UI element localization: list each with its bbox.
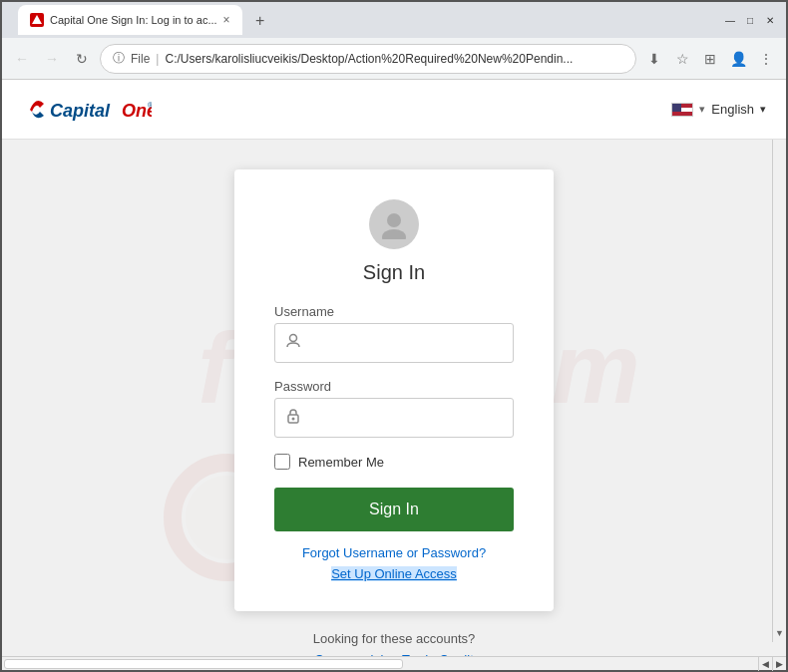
remember-me-label: Remember Me: [298, 455, 384, 470]
language-chevron: ▾: [699, 103, 705, 116]
profile-icon[interactable]: 👤: [726, 47, 750, 71]
forward-button[interactable]: →: [40, 47, 64, 71]
svg-text:Capital: Capital: [50, 101, 111, 121]
language-arrow: ▾: [760, 103, 766, 116]
new-tab-button[interactable]: +: [246, 7, 274, 35]
logo: Capital One ®: [22, 90, 152, 130]
user-icon: [285, 333, 301, 353]
horizontal-scrollbar[interactable]: ◀ ▶: [2, 656, 786, 670]
signin-title: Sign In: [363, 261, 425, 284]
page-content: fiscdom Capital One ® ▾ Engl: [2, 80, 786, 656]
scroll-right-button[interactable]: ▶: [772, 657, 786, 671]
window-controls: — □ ✕: [722, 12, 778, 28]
looking-text: Looking for these accounts?: [313, 631, 476, 646]
username-input-wrap[interactable]: [274, 323, 514, 363]
download-icon[interactable]: ⬇: [642, 47, 666, 71]
password-input[interactable]: [309, 410, 503, 426]
lock-icon: [285, 408, 301, 428]
active-tab[interactable]: Capital One Sign In: Log in to ac... ×: [18, 5, 242, 35]
svg-point-9: [290, 335, 297, 342]
login-section: Sign In Username: [2, 140, 786, 656]
remember-me-group: Remember Me: [274, 454, 514, 470]
scroll-left-button[interactable]: ◀: [758, 657, 772, 671]
bookmark-icon[interactable]: ☆: [670, 47, 694, 71]
logo-svg: Capital One ®: [22, 90, 152, 130]
address-scheme: File: [131, 52, 150, 66]
flag-icon: [671, 103, 693, 117]
username-input[interactable]: [309, 335, 503, 351]
svg-point-7: [387, 213, 401, 227]
tabs-area: Capital One Sign In: Log in to ac... × +: [10, 5, 718, 35]
tab-favicon: [30, 13, 44, 27]
toolbar-icons: ⬇ ☆ ⊞ 👤 ⋮: [642, 47, 778, 71]
language-label[interactable]: English: [711, 102, 754, 117]
svg-point-11: [292, 418, 295, 421]
svg-point-8: [382, 229, 406, 239]
tab-close-button[interactable]: ×: [223, 13, 230, 27]
address-bar: ← → ↻ ⓘ File | C:/Users/karolisliucveiki…: [2, 38, 786, 80]
minimize-button[interactable]: —: [722, 12, 738, 28]
h-scrollbar-thumb[interactable]: [4, 659, 403, 669]
commercial-link[interactable]: Commercial or Trade Credit: [314, 652, 474, 656]
tab-title: Capital One Sign In: Log in to ac...: [50, 14, 217, 26]
address-url: C:/Users/karolisliucveikis/Desktop/Actio…: [165, 52, 573, 66]
avatar-icon: [369, 199, 419, 249]
svg-text:®: ®: [148, 101, 152, 110]
extensions-icon[interactable]: ⊞: [698, 47, 722, 71]
address-input[interactable]: ⓘ File | C:/Users/karolisliucveikis/Desk…: [100, 44, 636, 74]
username-label: Username: [274, 304, 514, 319]
back-button[interactable]: ←: [10, 47, 34, 71]
browser-frame: Capital One Sign In: Log in to ac... × +…: [0, 0, 788, 672]
setup-link[interactable]: Set Up Online Access: [331, 566, 457, 581]
site-header: Capital One ® ▾ English ▾: [2, 80, 786, 140]
title-bar: Capital One Sign In: Log in to ac... × +…: [2, 2, 786, 38]
below-card: Looking for these accounts? Commercial o…: [313, 631, 476, 656]
login-card: Sign In Username: [234, 169, 554, 611]
maximize-button[interactable]: □: [742, 12, 758, 28]
signin-button[interactable]: Sign In: [274, 488, 514, 531]
menu-icon[interactable]: ⋮: [754, 47, 778, 71]
remember-me-checkbox[interactable]: [274, 454, 290, 470]
refresh-button[interactable]: ↻: [70, 47, 94, 71]
password-input-wrap[interactable]: [274, 398, 514, 438]
close-button[interactable]: ✕: [762, 12, 778, 28]
svg-marker-0: [32, 15, 42, 24]
header-right: ▾ English ▾: [671, 102, 766, 117]
forgot-link[interactable]: Forgot Username or Password?: [302, 545, 486, 560]
password-label: Password: [274, 379, 514, 394]
password-group: Password: [274, 379, 514, 438]
username-group: Username: [274, 304, 514, 363]
